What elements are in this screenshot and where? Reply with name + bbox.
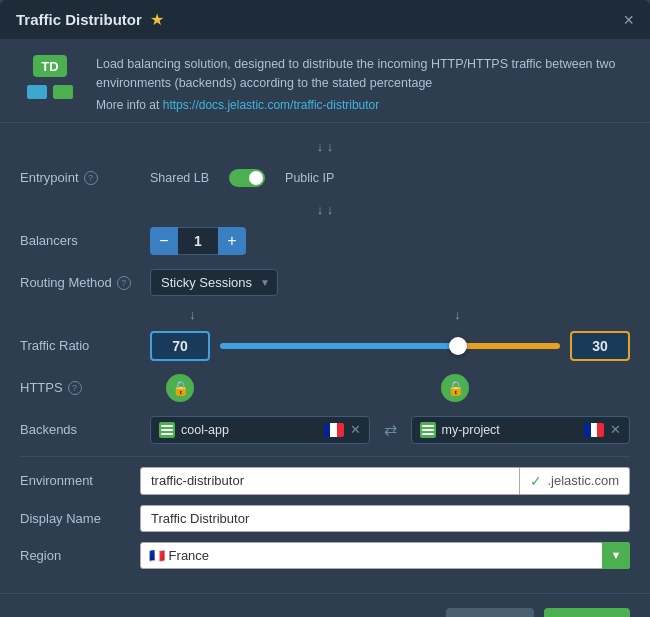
entrypoint-help-icon[interactable]: ? — [84, 171, 98, 185]
shared-lb-label: Shared LB — [150, 171, 209, 185]
display-name-input[interactable] — [140, 505, 630, 532]
balancers-row: Balancers − 1 + — [20, 223, 630, 259]
https-locks: 🔒 🔒 — [150, 374, 630, 402]
header-desc-block: Load balancing solution, designed to dis… — [96, 55, 630, 112]
dialog-title: Traffic Distributor — [16, 11, 142, 28]
svg-rect-3 — [422, 425, 434, 427]
swap-icon[interactable]: ⇄ — [384, 420, 397, 439]
region-label: Region — [20, 548, 140, 563]
star-icon[interactable]: ★ — [150, 10, 164, 29]
slider-thumb — [449, 337, 467, 355]
display-name-label: Display Name — [20, 511, 140, 526]
close-button[interactable]: × — [623, 11, 634, 29]
ratio-right-input[interactable]: 30 — [570, 331, 630, 361]
environment-row: Environment ✓ .jelastic.com — [20, 465, 630, 497]
td-network — [27, 85, 73, 99]
node-right — [53, 85, 73, 99]
entrypoint-row: Entrypoint ? Shared LB Public IP — [20, 160, 630, 196]
arrows-ratio: ↓ ↓ — [20, 307, 630, 322]
traffic-ratio-label: Traffic Ratio — [20, 338, 150, 353]
header-description: Load balancing solution, designed to dis… — [96, 55, 630, 93]
backends-control: cool-app ✕ ⇄ — [150, 416, 630, 444]
title-left: Traffic Distributor ★ — [16, 10, 164, 29]
svg-rect-2 — [161, 433, 173, 435]
routing-label: Routing Method ? — [20, 275, 150, 290]
content-area: ↓ ↓ Entrypoint ? Shared LB Public IP — [0, 123, 650, 593]
https-label: HTTPS ? — [20, 380, 150, 395]
https-help-icon[interactable]: ? — [68, 381, 82, 395]
backends-row: Backends cool-app — [20, 412, 630, 448]
backend-right-close[interactable]: ✕ — [610, 422, 621, 437]
backend-left-flag — [324, 423, 344, 437]
traffic-distributor-dialog: Traffic Distributor ★ × TD Load balancin… — [0, 0, 650, 617]
routing-row: Routing Method ? Round Robin Sticky Sess… — [20, 265, 630, 301]
backend-right: my-project ✕ — [411, 416, 631, 444]
cancel-button[interactable]: Cancel — [446, 608, 534, 618]
https-lock-right: 🔒 — [220, 374, 630, 402]
more-info: More info at https://docs.jelastic.com/t… — [96, 98, 630, 112]
toggle-group: Shared LB Public IP — [150, 169, 334, 187]
environment-suffix: ✓ .jelastic.com — [520, 467, 630, 495]
region-select[interactable]: 🇫🇷 France — [140, 542, 630, 569]
backend-left-close[interactable]: ✕ — [350, 422, 361, 437]
routing-select[interactable]: Round Robin Sticky Sessions Failover — [150, 269, 278, 296]
https-row: HTTPS ? 🔒 🔒 — [20, 370, 630, 406]
svg-rect-1 — [161, 429, 173, 431]
toggle-track[interactable] — [229, 169, 265, 187]
backend-right-flag — [584, 423, 604, 437]
more-info-link[interactable]: https://docs.jelastic.com/traffic-distri… — [163, 98, 380, 112]
entrypoint-control: Shared LB Public IP — [150, 169, 630, 187]
backend-left-icon — [159, 422, 175, 438]
balancers-value: 1 — [178, 227, 218, 255]
footer: Cancel Install — [0, 593, 650, 618]
traffic-ratio-row: Traffic Ratio 70 30 — [20, 328, 630, 364]
node-left — [27, 85, 47, 99]
region-row: Region 🇫🇷 France ▼ — [20, 540, 630, 571]
environment-name-input[interactable] — [140, 467, 520, 495]
traffic-ratio-control: 70 30 — [150, 331, 630, 361]
environment-input-group: ✓ .jelastic.com — [140, 467, 630, 495]
ratio-left-input[interactable]: 70 — [150, 331, 210, 361]
install-button[interactable]: Install — [544, 608, 630, 618]
https-control: 🔒 🔒 — [150, 374, 630, 402]
balancers-label: Balancers — [20, 233, 150, 248]
lock-left-icon[interactable]: 🔒 — [166, 374, 194, 402]
svg-rect-0 — [161, 425, 173, 427]
routing-control: Round Robin Sticky Sessions Failover ▼ — [150, 269, 630, 296]
backend-left-name: cool-app — [181, 423, 318, 437]
backend-left: cool-app ✕ — [150, 416, 370, 444]
toggle-thumb — [249, 171, 263, 185]
balancers-minus-button[interactable]: − — [150, 227, 178, 255]
svg-rect-4 — [422, 429, 434, 431]
traffic-slider[interactable] — [220, 342, 560, 350]
arrows-middle: ↓ ↓ — [20, 202, 630, 217]
backends-label: Backends — [20, 422, 150, 437]
backend-right-name: my-project — [442, 423, 579, 437]
title-bar: Traffic Distributor ★ × — [0, 0, 650, 39]
balancers-control: − 1 + — [150, 227, 630, 255]
entrypoint-label: Entrypoint ? — [20, 170, 150, 185]
display-name-row: Display Name — [20, 503, 630, 534]
header-section: TD Load balancing solution, designed to … — [0, 39, 650, 123]
balancers-counter: − 1 + — [150, 227, 246, 255]
environment-label: Environment — [20, 473, 140, 488]
td-badge: TD — [33, 55, 67, 77]
balancers-plus-button[interactable]: + — [218, 227, 246, 255]
slider-track — [220, 343, 560, 349]
backend-right-icon — [420, 422, 436, 438]
traffic-ratio-controls: 70 30 — [150, 331, 630, 361]
https-lock-left: 🔒 — [150, 374, 210, 402]
svg-rect-5 — [422, 433, 434, 435]
public-ip-label: Public IP — [285, 171, 334, 185]
routing-select-wrapper: Round Robin Sticky Sessions Failover ▼ — [150, 269, 278, 296]
region-select-wrapper: 🇫🇷 France ▼ — [140, 542, 630, 569]
arrows-top: ↓ ↓ — [20, 139, 630, 154]
routing-help-icon[interactable]: ? — [117, 276, 131, 290]
check-icon: ✓ — [530, 473, 542, 489]
entrypoint-toggle[interactable] — [229, 169, 265, 187]
divider — [20, 456, 630, 457]
td-logo: TD — [20, 55, 80, 99]
environment-suffix-text: .jelastic.com — [547, 473, 619, 488]
lock-right-icon[interactable]: 🔒 — [441, 374, 469, 402]
